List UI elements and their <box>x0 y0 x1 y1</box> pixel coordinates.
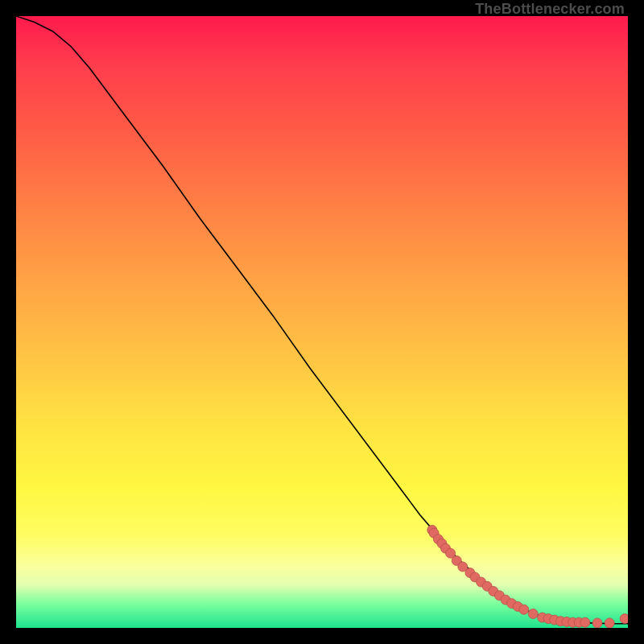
attribution-label: TheBottlenecker.com <box>475 2 625 16</box>
data-marker <box>528 609 538 619</box>
data-marker <box>620 614 628 624</box>
data-marker <box>592 618 602 628</box>
bottleneck-curve <box>16 16 628 624</box>
marker-group <box>427 525 628 628</box>
data-marker <box>580 617 590 627</box>
data-marker <box>605 618 614 628</box>
chart-frame: TheBottlenecker.com <box>0 0 644 644</box>
data-marker <box>519 605 529 614</box>
curve-layer <box>16 16 628 628</box>
plot-area: TheBottlenecker.com <box>16 16 628 628</box>
